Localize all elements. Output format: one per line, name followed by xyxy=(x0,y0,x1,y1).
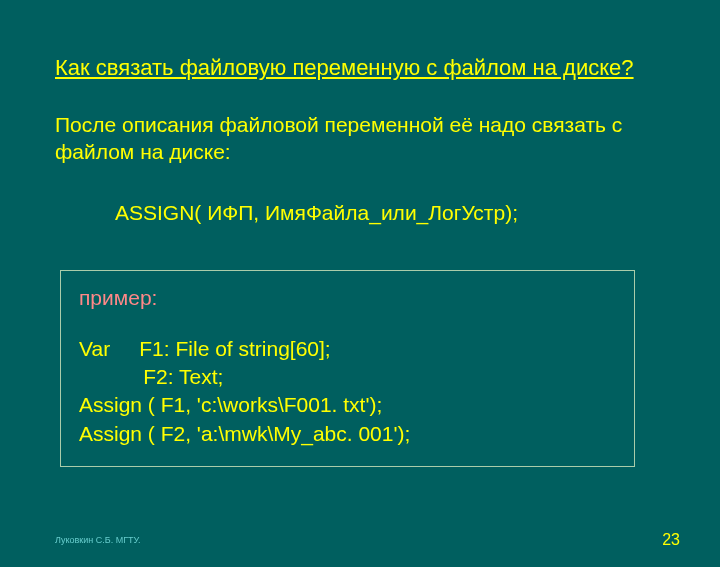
syntax-line: ASSIGN( ИФП, ИмяФайла_или_ЛогУстр); xyxy=(115,201,680,225)
slide-description: После описания файловой переменной её на… xyxy=(55,111,680,166)
slide-container: Как связать файловую переменную с файлом… xyxy=(0,0,720,567)
page-number: 23 xyxy=(662,531,680,549)
footer-author: Луковкин С.Б. МГТУ. xyxy=(55,535,141,545)
slide-title: Как связать файловую переменную с файлом… xyxy=(55,55,680,81)
code-block: Var F1: File of string[60]; F2: Text; As… xyxy=(79,335,616,448)
example-label: пример: xyxy=(79,286,616,310)
example-box: пример: Var F1: File of string[60]; F2: … xyxy=(60,270,635,467)
slide-footer: Луковкин С.Б. МГТУ. 23 xyxy=(55,531,680,549)
